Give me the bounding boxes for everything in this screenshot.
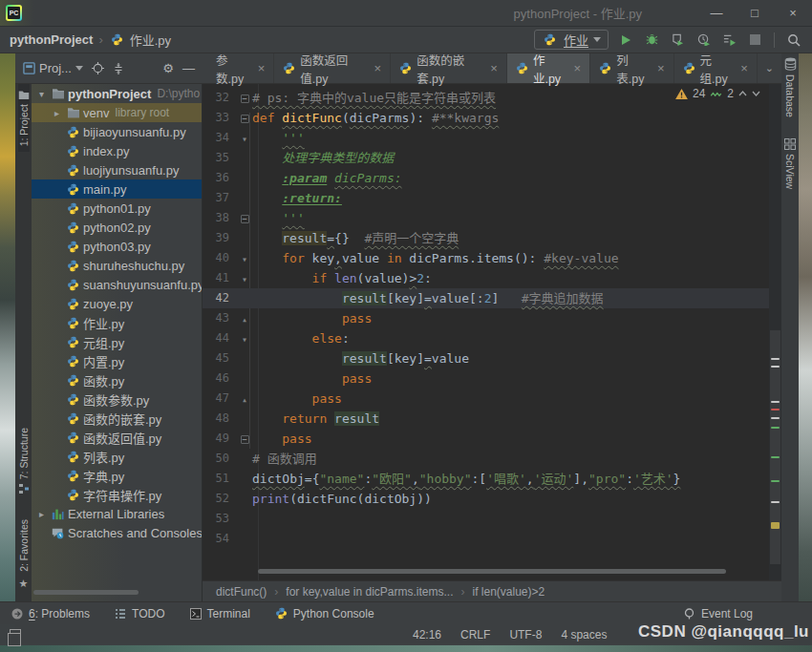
hide-panel-icon[interactable]: — <box>182 61 195 75</box>
fold-marker-icon[interactable]: − <box>237 208 252 228</box>
tree-item[interactable]: 字符串操作.py <box>32 485 202 504</box>
fold-marker-icon[interactable] <box>237 489 252 509</box>
tree-item[interactable]: 列表.py <box>32 447 202 466</box>
fold-marker-icon[interactable] <box>237 368 252 389</box>
fold-marker-icon[interactable]: ▾ <box>237 248 252 268</box>
code-line[interactable]: 54 <box>203 529 781 549</box>
tree-item[interactable]: index.py <box>32 141 202 160</box>
code-line[interactable]: 34 ▾ ''' <box>203 128 781 148</box>
code-line[interactable]: 48 return result <box>203 409 781 429</box>
editor-tab[interactable]: 函数返回值.py × <box>274 53 391 83</box>
tree-item[interactable]: 字典.py <box>32 466 202 485</box>
tree-item[interactable]: main.py <box>32 179 202 199</box>
tree-item[interactable]: ▾ pythonProject D:\pytho <box>32 84 202 103</box>
breadcrumb-item[interactable]: for key,value in dicParms.items... <box>267 585 453 599</box>
status-item[interactable]: 42:16 <box>413 628 441 641</box>
code-line[interactable]: 44 ▾ else: <box>203 328 781 348</box>
collapse-all-icon[interactable] <box>113 63 124 74</box>
tree-chevron-icon[interactable]: ▸ <box>39 509 52 519</box>
fold-marker-icon[interactable]: − <box>237 429 252 449</box>
run-configurations-button[interactable] <box>720 32 737 49</box>
tree-item[interactable]: ▸ External Libraries <box>32 504 202 523</box>
tree-chevron-icon[interactable]: ▸ <box>54 108 67 118</box>
fold-marker-icon[interactable]: ▾ <box>237 128 252 148</box>
editor-tab[interactable]: 函数的嵌套.py × <box>391 53 507 83</box>
run-with-coverage-button[interactable] <box>669 32 686 49</box>
code-line[interactable]: 35 处理字典类型的数据 <box>203 148 781 168</box>
tree-item[interactable]: 内置.py <box>32 351 202 370</box>
tool-window-button[interactable]: 6: Problems <box>11 607 90 620</box>
editor-tab[interactable]: 列表.py × <box>590 53 673 83</box>
code-line[interactable]: 45 result[key]=value <box>203 348 781 368</box>
tree-item[interactable]: luojiyunsuanfu.py <box>32 160 202 179</box>
fold-marker-icon[interactable]: ▾ <box>237 328 252 348</box>
tool-window-button[interactable]: 2: Favorites ★ <box>18 514 30 596</box>
code-line[interactable]: 40 ▾ for key,value in dicParms.items(): … <box>203 248 781 268</box>
fold-marker-icon[interactable] <box>237 168 252 188</box>
next-issue-chevron-icon[interactable] <box>752 91 760 96</box>
error-stripe[interactable] <box>769 84 781 580</box>
tree-item[interactable]: 函数参数.py <box>32 389 202 409</box>
tree-item[interactable]: python03.py <box>32 237 202 256</box>
tree-horizontal-scrollbar[interactable] <box>33 590 139 595</box>
code-line[interactable]: 51 dictObj={"name":"欧阳","hobby":['唱歌','运… <box>203 469 781 489</box>
status-item[interactable]: CRLF <box>460 628 490 641</box>
event-log-button[interactable]: Event Log <box>684 607 753 620</box>
tree-item[interactable]: suanshuyunsuanfu.py <box>32 275 202 294</box>
code-line[interactable]: 52 print(dictFunc(dictObj)) <box>203 489 781 509</box>
maximize-button[interactable]: □ <box>736 6 774 20</box>
breadcrumb-project[interactable]: pythonProject <box>10 32 93 47</box>
code-line[interactable]: 33 − def dictFunc(dicParms): #**kwargs <box>203 108 781 128</box>
tree-item[interactable]: 函数返回值.py <box>32 428 202 447</box>
fold-marker-icon[interactable] <box>237 188 252 208</box>
editor-tab[interactable]: 元组.py × <box>674 53 758 83</box>
editor-tab[interactable]: 参数.py × <box>203 53 274 83</box>
tree-item[interactable]: zuoye.py <box>32 294 202 313</box>
breadcrumb-item[interactable]: if len(value)>2 <box>454 585 545 599</box>
close-tab-icon[interactable]: × <box>574 61 582 75</box>
tool-window-switcher-icon[interactable] <box>10 629 21 641</box>
code-line[interactable]: 53 <box>203 509 781 529</box>
fold-marker-icon[interactable] <box>237 449 252 469</box>
tool-window-button-project[interactable]: 1: Project <box>18 84 30 152</box>
fold-marker-icon[interactable]: ▴ <box>237 389 252 409</box>
tool-window-button[interactable]: 7: Structure <box>18 422 30 500</box>
tree-item[interactable]: 元组.py <box>32 332 202 351</box>
prev-issue-chevron-icon[interactable] <box>738 91 747 96</box>
minimize-button[interactable]: — <box>697 6 736 20</box>
tree-item[interactable]: 函数的嵌套.py <box>32 409 202 428</box>
code-line[interactable]: 39 result={} #声明一个空字典 <box>203 228 781 248</box>
code-line[interactable]: 50 # 函数调用 <box>203 449 781 469</box>
close-tab-icon[interactable]: × <box>374 61 382 75</box>
tree-chevron-icon[interactable]: ▾ <box>39 89 52 99</box>
inspections-widget[interactable]: 24 2 <box>675 87 760 100</box>
code-editor[interactable]: 32 − # ps: 字典中的value只能是字符串或列表 33 − def d… <box>203 84 781 580</box>
tree-item[interactable]: 作业.py <box>32 313 202 332</box>
tabs-overflow-chevron-icon[interactable]: ⌄ <box>758 62 781 74</box>
search-everywhere-icon[interactable] <box>785 32 802 49</box>
stop-button[interactable] <box>746 32 763 49</box>
code-line[interactable]: 43 ▴ pass <box>203 308 781 328</box>
fold-marker-icon[interactable] <box>237 288 252 308</box>
fold-marker-icon[interactable] <box>237 409 252 429</box>
code-line[interactable]: 42 result[key]=value[:2] #字典追加数据 <box>203 288 781 308</box>
tool-window-button[interactable]: TODO <box>115 607 164 620</box>
fold-marker-icon[interactable] <box>237 529 252 549</box>
tree-item[interactable]: Scratches and Consoles <box>32 523 202 542</box>
fold-marker-icon[interactable] <box>237 148 252 168</box>
tool-window-button[interactable]: SciView <box>784 138 796 189</box>
fold-marker-icon[interactable] <box>237 509 252 529</box>
profiler-button[interactable] <box>694 32 712 49</box>
breadcrumb-file[interactable]: 作业.py <box>109 31 171 49</box>
fold-marker-icon[interactable]: − <box>237 88 252 108</box>
fold-marker-icon[interactable]: − <box>237 108 252 128</box>
tool-window-button[interactable]: Python Console <box>275 607 374 620</box>
run-configuration-select[interactable]: 作业 <box>534 30 609 50</box>
tree-item[interactable]: bijiaoyunsuanfu.py <box>32 122 202 141</box>
code-line[interactable]: 37 :return: <box>203 188 781 208</box>
close-tab-icon[interactable]: × <box>258 61 266 75</box>
run-button[interactable] <box>617 32 634 49</box>
editor-horizontal-scrollbar[interactable] <box>258 569 726 574</box>
code-line[interactable]: 49 − pass <box>203 429 781 449</box>
project-view-select[interactable]: Proj... <box>23 61 83 75</box>
